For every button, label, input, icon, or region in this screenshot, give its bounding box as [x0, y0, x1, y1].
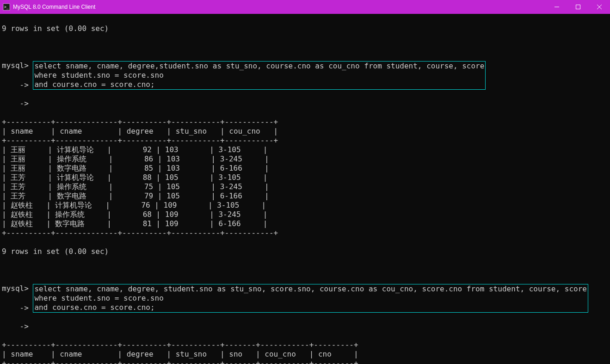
query-text: select sname, cname, degree,student.sno … — [34, 62, 484, 70]
window-controls — [546, 0, 610, 14]
query-highlight-box: select sname, cname, degree,student.sno … — [33, 61, 486, 90]
query-text: where student.sno = score.sno — [34, 71, 163, 80]
svg-rect-3 — [576, 5, 580, 9]
minimize-button[interactable] — [546, 0, 567, 14]
mysql-prompt: mysql> — [2, 61, 29, 70]
result-table-1: +----------+--------------+----------+--… — [2, 117, 608, 238]
app-icon: >_ — [3, 3, 10, 11]
status-line: 9 rows in set (0.00 sec) — [2, 247, 608, 256]
mysql-prompt: mysql> — [2, 284, 29, 293]
query-highlight-box: select sname, cname, degree, student.sno… — [33, 284, 588, 313]
blank-line — [2, 265, 608, 275]
continuation-prompt: -> — [2, 322, 608, 331]
continuation-prompt: -> — [2, 99, 608, 108]
svg-text:>_: >_ — [4, 5, 9, 9]
result-table-2: +----------+--------------+----------+--… — [2, 340, 608, 364]
query-text: where student.sno = score.sno — [34, 294, 163, 302]
query-text: and course.cno = score.cno; — [34, 303, 154, 312]
blank-line — [2, 43, 608, 52]
window-titlebar: >_ MySQL 8.0 Command Line Client — [0, 0, 610, 14]
terminal-output[interactable]: 9 rows in set (0.00 sec) mysql> select s… — [0, 14, 610, 364]
query-text: select sname, cname, degree, student.sno… — [34, 284, 586, 293]
query-line: mysql> select sname, cname, degree, stud… — [2, 284, 608, 313]
status-line: 9 rows in set (0.00 sec) — [2, 24, 608, 33]
close-button[interactable] — [589, 0, 610, 14]
window-title: MySQL 8.0 Command Line Client — [13, 2, 546, 12]
maximize-button[interactable] — [567, 0, 589, 14]
query-text: and course.cno = score.cno; — [34, 80, 154, 89]
